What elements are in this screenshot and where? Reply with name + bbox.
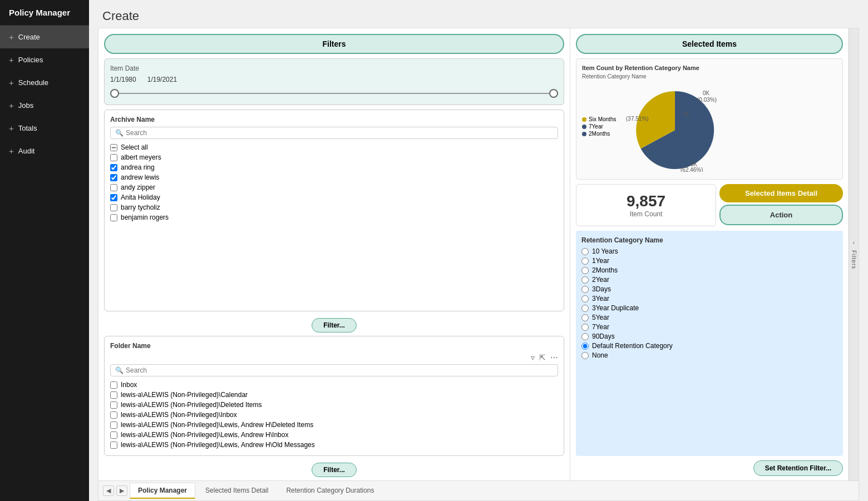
folder-item-label: lewis-a\ALEWIS (Non-Privileged)\Lewis, A… bbox=[121, 431, 288, 439]
archive-item-label: andy zipper bbox=[121, 183, 155, 191]
expand-icon[interactable]: ⇱ bbox=[539, 353, 546, 362]
sidebar-item-schedule[interactable]: + Schedule bbox=[0, 71, 89, 94]
page-title: Create bbox=[102, 9, 855, 23]
retention-item-label: 90Days bbox=[592, 333, 615, 340]
sidebar-label-jobs: Jobs bbox=[18, 101, 33, 110]
retention-radio-item[interactable]: 10 Years bbox=[581, 247, 837, 255]
legend-item-sixmonths: Six Months bbox=[582, 116, 616, 122]
legend-dot-7year bbox=[582, 125, 586, 129]
folder-toolbar: ▿ ⇱ ⋯ bbox=[110, 353, 558, 362]
tab-selected-items-detail[interactable]: Selected Items Detail bbox=[198, 483, 276, 499]
item-count-box: 9,857 Item Count bbox=[576, 184, 716, 226]
folder-item-label: lewis-a\ALEWIS (Non-Privileged)\Inbox bbox=[121, 411, 237, 419]
sidebar-label-schedule: Schedule bbox=[18, 78, 48, 87]
retention-radio-item[interactable]: 2Year bbox=[581, 276, 837, 284]
pie-label-4k: 4K bbox=[683, 111, 690, 117]
sidebar-label-create: Create bbox=[18, 33, 40, 41]
archive-item-label: benjamin rogers bbox=[121, 214, 169, 221]
archive-search-input[interactable] bbox=[126, 129, 553, 137]
sidebar-item-policies[interactable]: + Policies bbox=[0, 48, 89, 71]
archive-checkbox-item[interactable]: albert meyers bbox=[110, 152, 558, 162]
slider-thumb-left[interactable] bbox=[110, 89, 119, 98]
content-area: Filters Item Date 1/1/1980 1/19/2021 bbox=[89, 28, 868, 501]
retention-category-label: Retention Category Name bbox=[581, 236, 837, 244]
filter-icon[interactable]: ▿ bbox=[531, 353, 535, 362]
plus-icon-totals: + bbox=[9, 123, 14, 133]
slider-thumb-right[interactable] bbox=[549, 89, 558, 98]
sidebar-item-totals[interactable]: + Totals bbox=[0, 117, 89, 140]
archive-item-label: Anita Holiday bbox=[121, 194, 160, 201]
retention-radio-item[interactable]: 90Days bbox=[581, 333, 837, 340]
retention-radio-item[interactable]: 3Year bbox=[581, 295, 837, 302]
main-panel: Filters Item Date 1/1/1980 1/19/2021 bbox=[98, 28, 859, 501]
retention-radio-item[interactable]: Default Retention Category bbox=[581, 342, 837, 350]
legend-dot-2months bbox=[582, 132, 586, 136]
folder-checkbox-item[interactable]: lewis-a\ALEWIS (Non-Privileged)\Lewis, A… bbox=[110, 420, 558, 430]
sidebar-item-jobs[interactable]: + Jobs bbox=[0, 94, 89, 117]
archive-checkbox-list: Select allalbert meyersandrea ringandrew… bbox=[110, 142, 558, 305]
tab-retention-category-durations[interactable]: Retention Category Durations bbox=[278, 483, 382, 499]
pie-label-0pct: (0.03%) bbox=[697, 97, 717, 103]
archive-checkbox-item[interactable]: andrew lewis bbox=[110, 172, 558, 182]
more-icon[interactable]: ⋯ bbox=[550, 353, 558, 362]
archive-checkbox-item[interactable]: barry tycholiz bbox=[110, 202, 558, 212]
retention-radio-item[interactable]: 3Year Duplicate bbox=[581, 304, 837, 312]
action-button[interactable]: Action bbox=[719, 205, 843, 225]
date-start: 1/1/1980 bbox=[110, 76, 136, 83]
item-count-value: 9,857 bbox=[584, 192, 708, 210]
filter-button-archive[interactable]: Filter... bbox=[312, 318, 357, 333]
retention-item-label: Default Retention Category bbox=[592, 342, 673, 350]
chart-title: Item Count by Retention Category Name bbox=[582, 65, 837, 71]
filter-button-folder[interactable]: Filter... bbox=[312, 463, 357, 477]
plus-icon-jobs: + bbox=[9, 101, 14, 110]
legend-item-7year: 7Year bbox=[582, 123, 616, 130]
tab-nav-next[interactable]: ▶ bbox=[116, 485, 127, 496]
plus-icon-policies: + bbox=[9, 55, 14, 65]
tab-nav-prev[interactable]: ◀ bbox=[103, 485, 114, 496]
folder-checkbox-item[interactable]: lewis-a\ALEWIS (Non-Privileged)\Deleted … bbox=[110, 400, 558, 410]
chart-subtitle: Retention Category Name bbox=[582, 73, 837, 80]
archive-checkbox-item[interactable]: andrea ring bbox=[110, 162, 558, 172]
archive-checkbox-item[interactable]: benjamin rogers bbox=[110, 212, 558, 222]
page-header: Create bbox=[89, 0, 868, 28]
retention-radio-item[interactable]: 3Days bbox=[581, 285, 837, 293]
retention-radio-item[interactable]: 5Year bbox=[581, 314, 837, 321]
folder-checkbox-item[interactable]: lewis-a\ALEWIS (Non-Privileged)\Inbox bbox=[110, 410, 558, 420]
retention-item-label: 2Months bbox=[592, 266, 618, 274]
date-end: 1/19/2021 bbox=[147, 76, 177, 83]
search-icon-archive: 🔍 bbox=[115, 129, 124, 137]
filters-header: Filters bbox=[104, 34, 564, 54]
retention-radio-item[interactable]: 2Months bbox=[581, 266, 837, 274]
folder-checkbox-item[interactable]: lewis-a\ALEWIS (Non-Privileged)\Lewis, A… bbox=[110, 430, 558, 440]
main-content: Create Filters Item Date 1/1/1980 1/19/2… bbox=[89, 0, 868, 501]
sidebar-item-create[interactable]: + Create bbox=[0, 26, 89, 48]
slider-track bbox=[110, 93, 558, 94]
archive-checkbox-item[interactable]: Anita Holiday bbox=[110, 192, 558, 202]
sidebar-label-totals: Totals bbox=[18, 124, 37, 132]
archive-checkbox-item[interactable]: Select all bbox=[110, 142, 558, 152]
folder-checkbox-item[interactable]: lewis-a\ALEWIS (Non-Privileged)\Calendar bbox=[110, 390, 558, 400]
search-icon-folder: 🔍 bbox=[115, 366, 124, 374]
folder-checkbox-item[interactable]: lewis-a\ALEWIS (Non-Privileged)\Lewis, A… bbox=[110, 440, 558, 450]
retention-radio-item[interactable]: 1Year bbox=[581, 257, 837, 265]
archive-checkbox-item[interactable]: andy zipper bbox=[110, 182, 558, 192]
pie-label-37pct: (37.51%) bbox=[626, 116, 649, 122]
collapse-panel-button[interactable]: ‹ Filters bbox=[849, 28, 859, 480]
action-buttons: Selected Items Detail Action bbox=[719, 184, 843, 226]
date-slider[interactable] bbox=[110, 88, 558, 99]
retention-radio-item[interactable]: None bbox=[581, 351, 837, 359]
selected-items-header: Selected Items bbox=[576, 34, 843, 54]
sidebar-label-policies: Policies bbox=[18, 56, 43, 64]
retention-item-label: None bbox=[592, 351, 608, 359]
retention-radio-item[interactable]: 7Year bbox=[581, 323, 837, 331]
retention-item-label: 7Year bbox=[592, 323, 609, 331]
tab-policy-manager[interactable]: Policy Manager bbox=[130, 483, 195, 499]
selected-items-detail-button[interactable]: Selected Items Detail bbox=[719, 184, 843, 202]
set-retention-filter-button[interactable]: Set Retention Filter... bbox=[753, 460, 843, 476]
folder-search-input[interactable] bbox=[126, 366, 553, 374]
pie-chart-container: 0K (0.03%) 4K (37.51%) 6K (62.46%) bbox=[625, 83, 725, 173]
folder-item-label: lewis-a\ALEWIS (Non-Privileged)\Calendar bbox=[121, 391, 248, 399]
pie-label-0k: 0K bbox=[703, 90, 710, 96]
sidebar-item-audit[interactable]: + Audit bbox=[0, 140, 89, 162]
folder-checkbox-item[interactable]: Inbox bbox=[110, 380, 558, 390]
